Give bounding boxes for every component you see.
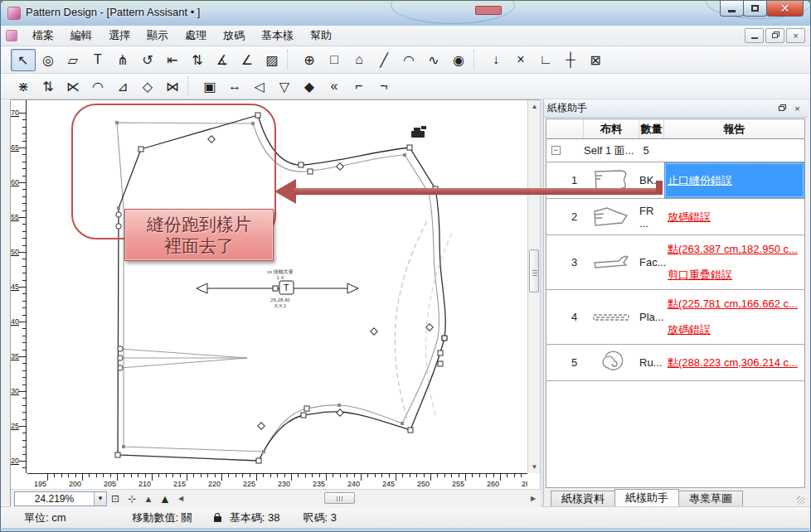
maximize-button[interactable]: [743, 1, 767, 17]
group-label: Self 1 面... 5: [584, 143, 664, 158]
tool-move-y-button[interactable]: ⇅: [185, 49, 210, 71]
piece-number: 4: [565, 311, 584, 323]
menu-item[interactable]: 選擇: [100, 26, 138, 46]
menu-item[interactable]: 幫助: [302, 26, 340, 46]
table-row[interactable]: 1BK...止口縫份錯誤: [546, 162, 804, 199]
tool-mirror-button[interactable]: ⋈: [160, 75, 185, 98]
mdi-close-button[interactable]: ×: [786, 28, 805, 43]
ruler-tick: [270, 474, 271, 477]
tool-arc-button[interactable]: ◠: [396, 49, 421, 71]
tool-pleat-button[interactable]: ⇅: [36, 75, 61, 98]
tool-rectangle-button[interactable]: □: [322, 49, 347, 71]
fit-screen-button[interactable]: ⊹: [124, 491, 140, 506]
report-link[interactable]: 放碼錯誤: [664, 207, 804, 227]
tool-corner-top-button[interactable]: ¬: [372, 75, 396, 98]
tool-fan-pleat-button[interactable]: ▽: [272, 75, 297, 98]
collapse-icon[interactable]: −: [551, 146, 561, 155]
table-row[interactable]: 3Fac...點(263.387 cm,182.950 c...剪口重疊錯誤: [546, 235, 804, 290]
ruler-tick: [19, 182, 26, 183]
menu-item[interactable]: 處理: [177, 26, 215, 46]
menu-item[interactable]: 顯示: [138, 26, 177, 46]
panel-close-button[interactable]: ×: [790, 102, 804, 114]
tool-move-group-button[interactable]: ⊿: [110, 75, 135, 98]
panel-float-button[interactable]: [775, 102, 789, 114]
tool-target-button[interactable]: ◉: [446, 49, 471, 71]
vertical-scroll-thumb[interactable]: [529, 249, 539, 293]
menu-item[interactable]: 放碼: [215, 26, 253, 46]
group-row[interactable]: −Self 1 面... 5: [546, 139, 804, 162]
fit-region-button[interactable]: ⊡: [107, 491, 124, 506]
report-link[interactable]: 放碼錯誤: [664, 320, 804, 340]
close-button[interactable]: ✕: [766, 1, 804, 17]
scroll-left-icon[interactable]: ◀: [175, 491, 187, 505]
tool-dart-left-button[interactable]: ◁: [247, 75, 272, 98]
back-piece-icon: [584, 168, 639, 193]
pattern-canvas[interactable]: T xx 後幅大量 1 X 26,28,40 X,X,1: [27, 100, 527, 473]
tool-circle-button[interactable]: ⊕: [297, 49, 322, 71]
minimize-button[interactable]: [720, 1, 744, 17]
scroll-up-icon[interactable]: ▲: [528, 100, 541, 113]
tool-grade-xy-button[interactable]: ∠: [235, 49, 260, 71]
tool-angle-arc-button[interactable]: ◠: [85, 75, 110, 98]
tool-dart-button[interactable]: ◇: [135, 75, 160, 98]
view-large-button[interactable]: ▲: [157, 491, 173, 506]
mdi-minimize-button[interactable]: [745, 28, 764, 43]
tool-grade-angle-button[interactable]: ∡: [210, 49, 235, 71]
ruler-label: 235: [313, 480, 325, 488]
tab-專業草圖[interactable]: 專業草圖: [678, 491, 743, 506]
tool-zoom-button[interactable]: ◎: [36, 49, 61, 71]
table-row[interactable]: 2FR ...放碼錯誤: [546, 199, 804, 235]
tool-corner-right-button[interactable]: ⌐: [347, 75, 372, 98]
tool-spread-button[interactable]: «: [322, 75, 347, 98]
report-link[interactable]: 點(288.223 cm,306.214 c...: [664, 353, 804, 373]
menu-item[interactable]: 編輯: [62, 26, 100, 46]
tool-delete-point-button[interactable]: ×: [508, 49, 533, 71]
menu-item[interactable]: 基本樣: [253, 26, 302, 46]
tab-紙樣助手[interactable]: 紙樣助手: [614, 489, 679, 506]
tool-measure-width-button[interactable]: ↔: [222, 75, 247, 98]
tab-紙樣資料[interactable]: 紙樣資料: [551, 491, 615, 506]
zoom-select[interactable]: 24.219% ▼: [14, 491, 107, 506]
table-row[interactable]: 4Pla...點(225.781 cm,166.662 c...放碼錯誤: [546, 290, 804, 345]
report-cell: 點(288.223 cm,306.214 c...: [664, 345, 804, 380]
report-link[interactable]: 點(263.387 cm,182.950 c...: [664, 239, 804, 259]
tool-rotate-button[interactable]: ↺: [135, 49, 160, 71]
tool-smooth-button[interactable]: ⋇: [11, 75, 36, 98]
menu-item[interactable]: 檔案: [24, 26, 62, 46]
resize-grip[interactable]: [797, 496, 805, 505]
tool-polygon-button[interactable]: ⌂: [347, 49, 372, 71]
tool-curve-button[interactable]: ∿: [421, 49, 446, 71]
canvas-horizontal-scrollbar[interactable]: ◀ ▶: [175, 491, 539, 505]
tool-move-x-button[interactable]: ⇤: [160, 49, 185, 71]
tool-align-axis-button[interactable]: ∟: [533, 49, 558, 71]
piece-info-text: X,X,1: [274, 303, 287, 308]
tool-measure-button[interactable]: ▱: [61, 49, 85, 71]
tool-text-button[interactable]: T: [85, 49, 110, 71]
horizontal-scroll-thumb[interactable]: [324, 492, 355, 504]
tool-stretch-button[interactable]: ▨: [260, 49, 284, 71]
toolbar-separator: [187, 76, 195, 96]
grain-line: T xx 後幅大量 1 X 26,28,40 X,X,1: [197, 268, 358, 308]
status-move-value: 移動數值: 關: [133, 510, 192, 525]
tool-seam-check-button[interactable]: ▣: [197, 75, 222, 98]
table-row[interactable]: 5Ru...點(288.223 cm,306.214 c...: [546, 345, 804, 381]
scroll-down-icon[interactable]: ▼: [528, 461, 541, 473]
tool-add-point-button[interactable]: ↓: [483, 49, 508, 71]
report-link[interactable]: 剪口重疊錯誤: [664, 265, 804, 285]
tool-split-point-button[interactable]: ⋉: [61, 75, 85, 98]
tool-grade-box-button[interactable]: ⊠: [583, 49, 608, 71]
tool-line-button[interactable]: ╱: [372, 49, 396, 71]
view-small-button[interactable]: ▲: [140, 491, 157, 506]
canvas-vertical-scrollbar[interactable]: ▲ ▼: [527, 100, 540, 473]
tool-select-button[interactable]: ↖: [11, 49, 36, 71]
ruffle-piece-icon: [584, 351, 639, 375]
report-link[interactable]: 止口縫份錯誤: [664, 171, 804, 191]
tool-shield-button[interactable]: ◆: [297, 75, 322, 98]
tool-cut-line-button[interactable]: ⋔: [110, 49, 135, 71]
report-link[interactable]: 點(225.781 cm,166.662 c...: [664, 294, 804, 314]
scroll-right-icon[interactable]: ▶: [527, 491, 539, 505]
ruler-label: 245: [11, 283, 19, 291]
tool-add-notch-button[interactable]: ┼: [558, 49, 583, 71]
chevron-down-icon[interactable]: ▼: [94, 492, 106, 505]
mdi-restore-button[interactable]: [765, 28, 784, 43]
